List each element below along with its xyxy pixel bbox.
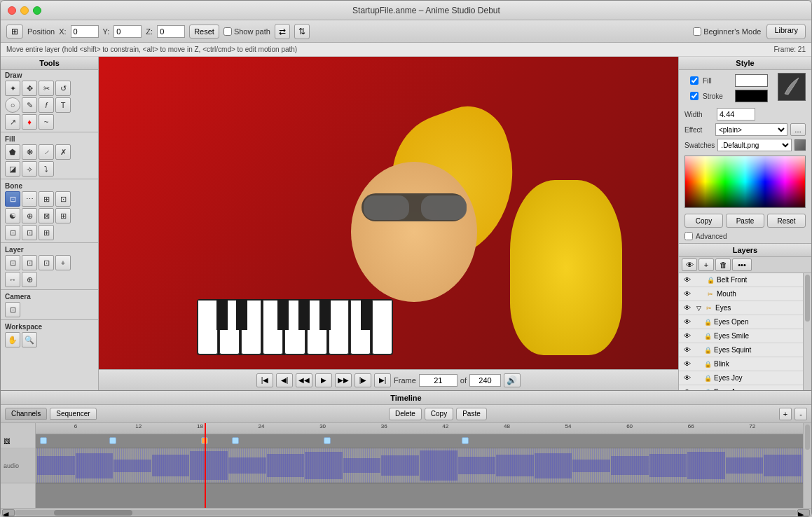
draw-tool-11[interactable]: ~ [39,114,54,130]
frame-input[interactable] [419,374,457,387]
step-forward-button[interactable]: ▶▶ [335,373,352,387]
paste-color-button[interactable]: Paste [726,214,764,228]
h-scroll-track[interactable] [15,510,797,516]
keyframe-1[interactable] [40,437,47,444]
layers-delete-btn[interactable]: 🗑 [715,258,731,271]
bone-tool-8[interactable]: ⊞ [55,208,71,223]
layer-tool-5[interactable]: ↔ [5,272,20,287]
layer-tool-4[interactable]: + [55,255,71,270]
bone-tool-11[interactable]: ⊞ [39,225,54,240]
minimize-button[interactable] [20,6,29,15]
total-frames-input[interactable] [469,374,501,387]
bone-tool-6[interactable]: ⊕ [22,208,37,223]
position-icon-btn[interactable]: ⊞ [6,25,23,39]
effect-select[interactable]: <plain> [715,123,787,136]
workspace-tool-2[interactable]: 🔍 [22,332,37,347]
z-input[interactable] [157,25,185,38]
paste-button[interactable]: Paste [456,408,487,420]
prev-keyframe-button[interactable]: ◀| [276,373,293,387]
canvas-viewport[interactable] [99,57,678,369]
layer-item[interactable]: 👁 ▽ ✂ Eyes [679,301,803,315]
layer-item[interactable]: 👁 🔒 Belt Front [679,273,803,287]
advanced-checkbox[interactable] [684,232,693,240]
draw-tool-1[interactable]: ✦ [5,81,20,96]
effect-more-button[interactable]: … [790,123,806,136]
layer-item[interactable]: 👁 🔒 Eyes Joy [679,371,803,385]
keyframe-2[interactable] [109,437,116,444]
timeline-right-scrollbar[interactable] [803,423,811,508]
stroke-color-swatch[interactable] [735,90,768,102]
maximize-button[interactable] [33,6,41,15]
fill-tool-1[interactable]: ⬟ [5,144,20,160]
camera-tool-1[interactable]: ⊡ [5,302,20,317]
bone-tool-10[interactable]: ⊡ [22,225,37,240]
library-button[interactable]: Library [766,24,806,39]
layer-item[interactable]: 👁 ✂ Mouth [679,287,803,301]
fill-tool-6[interactable]: ⟢ [22,161,37,177]
draw-tool-8[interactable]: T [55,97,71,113]
stroke-checkbox[interactable] [690,92,699,100]
layer-tool-3[interactable]: ⊡ [39,255,54,270]
color-picker[interactable] [684,156,806,208]
bone-tool-4[interactable]: ⊡ [55,191,71,207]
swatches-dropdown-icon[interactable] [794,139,806,151]
h-scroll-thumb[interactable] [54,510,132,516]
layer-vis-belt-front[interactable]: 👁 [682,275,693,286]
play-button[interactable]: ▶ [315,373,332,387]
channels-tab[interactable]: Channels [5,408,47,420]
layer-item[interactable]: 👁 🔒 Eyes Open [679,315,803,329]
copy-button[interactable]: Copy [425,408,453,420]
bone-tool-3[interactable]: ⊞ [39,191,54,207]
layer-item[interactable]: 👁 🔒 Eyes Angry [679,385,803,390]
layers-more-btn[interactable]: ••• [732,258,752,271]
layers-visibility-btn[interactable]: 👁 [682,258,697,271]
layer-item[interactable]: 👁 🔒 Eyes Smile [679,329,803,343]
draw-tool-9[interactable]: ↗ [5,114,20,130]
sequencer-tab[interactable]: Sequencer [50,408,96,420]
draw-tool-2[interactable]: ✥ [22,81,37,96]
step-back-button[interactable]: ◀◀ [296,373,312,387]
layer-vis-eyes-open[interactable]: 👁 [682,317,693,328]
zoom-out-button[interactable]: - [794,408,807,420]
draw-tool-10[interactable]: ♦ [22,114,37,130]
draw-tool-6[interactable]: ✎ [22,97,37,113]
x-input[interactable] [71,25,99,38]
goto-start-button[interactable]: |◀ [256,373,273,387]
layer-vis-eyes-joy[interactable]: 👁 [682,373,693,384]
draw-tool-7[interactable]: f [39,97,54,113]
audio-button[interactable]: 🔊 [504,373,521,387]
goto-end-button[interactable]: ▶| [374,373,391,387]
layer-vis-eyes-squint[interactable]: 👁 [682,345,693,356]
layer-expand-eyes[interactable]: ▽ [694,304,703,312]
workspace-tool-1[interactable]: ✋ [5,332,20,347]
layer-item[interactable]: 👁 🔒 Eyes Squint [679,343,803,357]
beginners-mode-checkbox[interactable] [693,27,701,36]
layer-vis-mouth[interactable]: 👁 [682,289,693,300]
bone-tool-2[interactable]: ⋯ [22,191,37,207]
timeline-playhead[interactable] [205,423,206,508]
reset-color-button[interactable]: Reset [767,214,806,228]
bone-tool-5[interactable]: ☯ [5,208,20,223]
layers-add-btn[interactable]: + [699,258,714,271]
swatches-select[interactable]: .Default.png [717,139,792,151]
timeline-h-scrollbar[interactable]: ◀ ▶ [1,508,811,516]
bone-tool-9[interactable]: ⊡ [5,225,20,240]
layers-scrollbar[interactable] [803,273,811,390]
fill-checkbox[interactable] [690,76,699,85]
keyframe-6[interactable] [462,437,469,444]
width-input[interactable] [717,108,755,120]
keyframe-4[interactable] [232,437,239,444]
fill-tool-7[interactable]: ⤵ [39,161,54,177]
layer-vis-eyes[interactable]: 👁 [682,303,693,314]
bone-tool-7[interactable]: ⊠ [39,208,54,223]
draw-tool-4[interactable]: ↺ [55,81,71,96]
layer-item[interactable]: 👁 🔒 Blink [679,357,803,371]
brush-preview[interactable] [778,73,806,101]
show-path-checkbox[interactable] [223,27,232,36]
fill-tool-2[interactable]: ❋ [22,144,37,160]
beginners-mode-toggle[interactable]: Beginner's Mode [693,27,761,36]
copy-color-button[interactable]: Copy [684,214,723,228]
reset-button[interactable]: Reset [189,25,219,39]
scroll-right-btn[interactable]: ▶ [797,509,810,516]
show-path-toggle[interactable]: Show path [223,27,270,36]
